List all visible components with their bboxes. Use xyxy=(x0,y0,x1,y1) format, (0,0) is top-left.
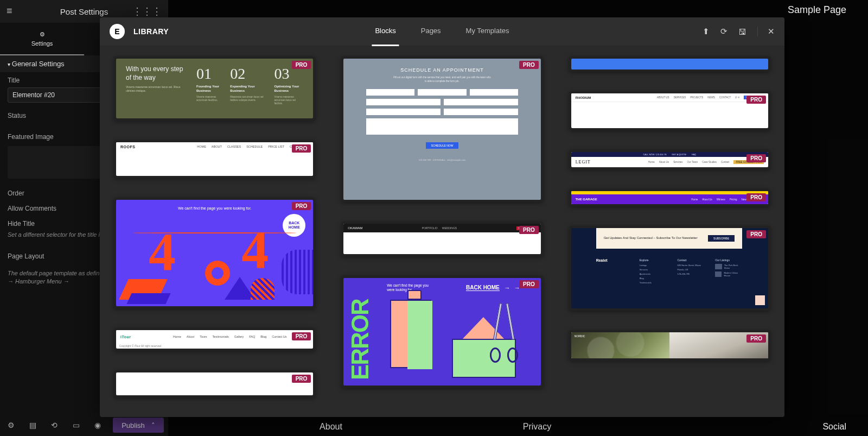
preview-text: Tours xyxy=(200,335,207,338)
preview-text: Listings xyxy=(640,264,667,267)
preview-text: CALL NOW: 123 456 78 xyxy=(643,153,666,156)
library-modal: E LIBRARY Blocks Pages My Templates ⬆ ⟳ … xyxy=(100,17,784,417)
preview-text: CLASSES xyxy=(227,145,241,148)
pro-badge: PRO xyxy=(292,332,311,340)
preview-text: SCHEDULE AN APPOINTMENT xyxy=(366,67,518,73)
preview-text: About Us xyxy=(702,198,712,201)
chevron-up-icon: ˄ xyxy=(151,421,155,429)
pro-badge: PRO xyxy=(746,154,766,162)
pro-badge: PRO xyxy=(292,144,311,153)
tab-blocks[interactable]: Blocks xyxy=(372,17,399,46)
responsive-icon[interactable]: ▭ xyxy=(65,421,87,429)
preview-text: About xyxy=(187,335,194,338)
template-card[interactable]: PRO NORDIC xyxy=(569,330,770,361)
site-footer-privacy[interactable]: Privacy xyxy=(434,422,640,432)
pro-badge: PRO xyxy=(746,193,766,201)
template-card[interactable]: PRO ERROR We can't find the page you wer… xyxy=(341,276,542,388)
preview-text: Realet xyxy=(596,258,629,262)
preview-text: NEWS xyxy=(707,96,715,99)
library-title: LIBRARY xyxy=(133,27,169,36)
hamburger-icon[interactable]: ≡ xyxy=(7,5,12,17)
template-card[interactable]: PRO THE GARAGE HomeAbout UsWitnessPricin… xyxy=(569,189,770,206)
preview-text: Contact xyxy=(677,258,704,262)
library-header: E LIBRARY Blocks Pages My Templates ⬆ ⟳ … xyxy=(100,17,784,46)
template-card[interactable]: PRO Get Updates And Stay Connected – Sub… xyxy=(569,226,770,311)
preview-text: About Us xyxy=(659,161,669,163)
preview-text: SUBSCRIBE xyxy=(708,235,735,242)
template-card[interactable]: PRO With you every step of the way Viver… xyxy=(114,56,315,121)
preview-text: 4 xyxy=(149,220,176,283)
template-card[interactable]: PRO OKAWAM PORTFOLIOWEDDINGS CONTACT US xyxy=(341,222,542,256)
preview-text: PROJECTS xyxy=(690,96,703,99)
arrow-icon: → → xyxy=(505,285,521,291)
layout-label: Page Layout xyxy=(8,252,44,260)
preview-text: Fill out our digital form with the servi… xyxy=(393,76,491,84)
preview-text: Expanding Your Business xyxy=(230,85,264,93)
preview-text: PRICE LIST xyxy=(268,145,284,148)
library-grid[interactable]: PRO With you every step of the way Viver… xyxy=(100,46,784,417)
pro-badge: PRO xyxy=(292,375,311,383)
template-card[interactable] xyxy=(569,56,770,72)
preview-text: THE GARAGE xyxy=(576,198,597,201)
site-settings-icon[interactable]: ⚙ xyxy=(0,421,22,429)
preview-text: Home xyxy=(691,198,698,201)
preview-text: Viverra maecenas accumsan faucibus. xyxy=(196,96,220,103)
preview-text: 01 xyxy=(196,65,220,83)
preview-text: Viverra maecenas accumsan lacus vel faci… xyxy=(275,96,304,106)
template-card[interactable]: PRO We can't find the page you were look… xyxy=(114,198,315,308)
preview-text: 4 xyxy=(241,218,269,281)
preview-text: Home xyxy=(173,335,181,338)
preview-text: PORTFOLIO xyxy=(422,226,438,230)
preview-text: FAQ xyxy=(692,153,696,156)
elementor-logo-icon: E xyxy=(110,24,125,39)
preview-text: SCHEDULE NOW xyxy=(426,142,459,149)
pro-badge: PRO xyxy=(519,226,539,234)
tab-my-templates[interactable]: My Templates xyxy=(463,17,513,46)
history-icon[interactable]: ⟲ xyxy=(43,421,65,429)
pro-badge: PRO xyxy=(519,61,539,69)
preview-text: Pricing xyxy=(730,198,737,201)
preview-text: NORDIC xyxy=(575,334,585,338)
tab-settings[interactable]: ⚙ Settings xyxy=(0,23,84,55)
panel-title: Post Settings xyxy=(60,7,108,16)
pro-badge: PRO xyxy=(746,96,766,104)
preview-text: Contact xyxy=(721,161,730,163)
pro-badge: PRO xyxy=(746,230,766,238)
template-card[interactable]: PRO RHODIUM ABOUT USSERVICESPROJECTSNEWS… xyxy=(569,91,770,130)
preview-text: Gallery xyxy=(234,335,244,338)
site-footer-social[interactable]: Social xyxy=(640,422,846,432)
preview-text: HOME xyxy=(197,145,206,148)
template-card[interactable]: PRO iTour HomeAboutToursTestimonialsGall… xyxy=(114,328,315,351)
tab-settings-label: Settings xyxy=(31,40,53,47)
preview-text: LEGIT xyxy=(576,160,591,165)
upload-icon[interactable]: ⬆ xyxy=(703,27,710,36)
close-icon[interactable]: ✕ xyxy=(757,27,775,36)
preview-text: ABOUT xyxy=(212,145,222,148)
site-link-sample[interactable]: Sample Page xyxy=(788,4,846,16)
tab-pages[interactable]: Pages xyxy=(418,17,444,46)
template-card[interactable]: PRO ROOFS HOMEABOUTCLASSESSCHEDULEPRICE … xyxy=(114,140,315,178)
navigator-icon[interactable]: ▤ xyxy=(22,421,43,429)
template-card[interactable]: PRO xyxy=(114,370,315,397)
preview-icon[interactable]: ◉ xyxy=(87,421,108,429)
preview-text: GET A QUOTE xyxy=(672,153,686,156)
template-card[interactable]: PRO CALL NOW: 123 456 78GET A QUOTEFAQ L… xyxy=(569,150,770,169)
preview-text: Testimonials xyxy=(213,335,229,338)
preview-text: We can't find the page you were looking … xyxy=(116,206,313,210)
template-card[interactable]: PRO SCHEDULE AN APPOINTMENT Fill out our… xyxy=(341,56,542,202)
site-footer-about[interactable]: About xyxy=(228,422,434,432)
preview-text: Our Team xyxy=(687,161,698,163)
preview-text: Witness xyxy=(717,198,725,201)
preview-text: Optimizing Your Business xyxy=(275,85,304,93)
save-icon[interactable]: 🖫 xyxy=(738,27,746,36)
publish-button[interactable]: Publish ˄ xyxy=(113,418,164,433)
preview-text: Get Updates And Stay Connected – Subscri… xyxy=(604,236,698,241)
preview-text: SCHEDULE xyxy=(246,145,263,148)
sync-icon[interactable]: ⟳ xyxy=(720,27,727,36)
preview-text: Home xyxy=(648,161,655,163)
pro-badge: PRO xyxy=(292,202,311,210)
preview-text: 609 Harter Street, Miami xyxy=(677,264,704,267)
pro-badge: PRO xyxy=(292,61,311,69)
widget-grid-icon[interactable]: ⋮⋮⋮ xyxy=(132,5,162,17)
preview-text: Our Listings xyxy=(715,258,742,262)
